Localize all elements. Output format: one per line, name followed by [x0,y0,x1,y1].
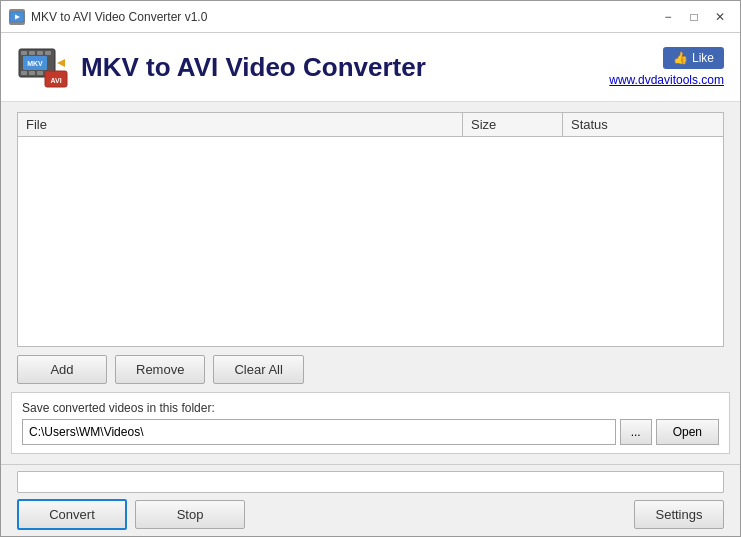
save-section: Save converted videos in this folder: ..… [11,392,730,454]
col-status-header: Status [563,113,723,136]
save-row: ... Open [22,419,719,445]
website-link[interactable]: www.dvdavitools.com [609,73,724,87]
file-button-row: Add Remove Clear All [17,355,724,384]
svg-rect-3 [21,51,27,55]
browse-button[interactable]: ... [620,419,652,445]
svg-rect-7 [21,71,27,75]
maximize-button[interactable]: □ [682,7,706,27]
thumbs-up-icon: 👍 [673,51,688,65]
clear-all-button[interactable]: Clear All [213,355,303,384]
title-bar-text: MKV to AVI Video Converter v1.0 [31,10,656,24]
svg-rect-6 [45,51,51,55]
svg-marker-13 [57,59,65,67]
bottom-buttons: Convert Stop Settings [17,499,724,530]
like-label: Like [692,51,714,65]
table-header: File Size Status [18,113,723,137]
settings-button[interactable]: Settings [634,500,724,529]
title-bar-controls: − □ ✕ [656,7,732,27]
minimize-button[interactable]: − [656,7,680,27]
add-button[interactable]: Add [17,355,107,384]
progress-bar-container [17,471,724,493]
save-label: Save converted videos in this folder: [22,401,719,415]
col-size-header: Size [463,113,563,136]
save-path-input[interactable] [22,419,616,445]
title-bar: MKV to AVI Video Converter v1.0 − □ ✕ [1,1,740,33]
open-button[interactable]: Open [656,419,719,445]
like-button[interactable]: 👍 Like [663,47,724,69]
col-file-header: File [18,113,463,136]
app-icon [9,9,25,25]
stop-button[interactable]: Stop [135,500,245,529]
content-area: File Size Status Add Remove Clear All Sa… [1,102,740,464]
remove-button[interactable]: Remove [115,355,205,384]
svg-rect-4 [29,51,35,55]
app-logo: MKV AVI [17,41,69,93]
svg-text:MKV: MKV [27,60,43,67]
header-area: MKV AVI MKV to AVI Video Converter 👍 Lik… [1,33,740,102]
svg-rect-9 [37,71,43,75]
table-body [18,137,723,346]
header-actions: 👍 Like www.dvdavitools.com [609,47,724,87]
close-button[interactable]: ✕ [708,7,732,27]
svg-rect-8 [29,71,35,75]
main-window: MKV to AVI Video Converter v1.0 − □ ✕ MK… [0,0,741,537]
app-title: MKV to AVI Video Converter [81,52,609,83]
file-table: File Size Status [17,112,724,347]
svg-text:AVI: AVI [50,77,61,84]
bottom-area: Convert Stop Settings [1,464,740,536]
convert-button[interactable]: Convert [17,499,127,530]
svg-rect-5 [37,51,43,55]
